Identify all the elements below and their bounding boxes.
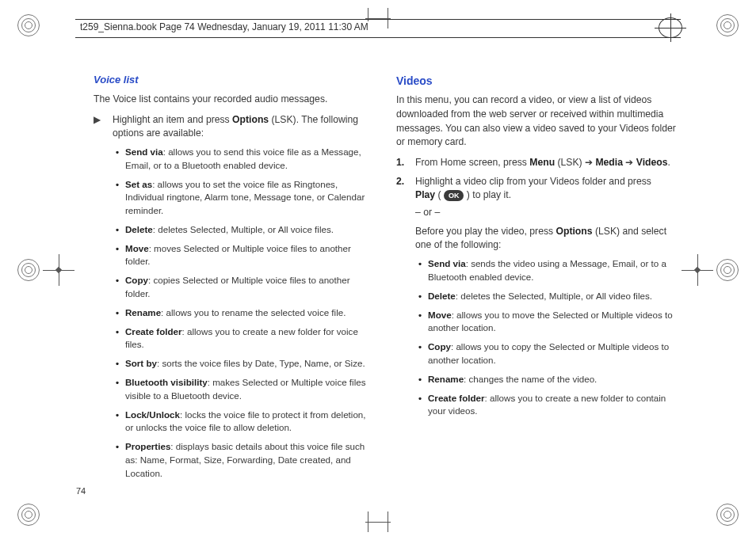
bullet-term: Bluetooth visibility: [125, 377, 208, 387]
text: (: [435, 189, 444, 200]
bullet-desc: : deletes Selected, Multiple, or All voi…: [153, 224, 334, 234]
menu-label: Menu: [529, 157, 555, 168]
voice-step: ▶ Highlight an item and press Options (L…: [94, 113, 374, 141]
list-item: Rename: changes the name of the video.: [418, 373, 677, 386]
arrow-icon: ➔: [585, 157, 593, 168]
list-item: Create folder: allows you to create a ne…: [116, 325, 374, 352]
videos-step-2: 2. Highlight a video clip from your Vide…: [396, 175, 677, 253]
reg-mark-icon: [716, 14, 739, 36]
cross-mark-icon: [43, 254, 74, 286]
ok-button-icon: OK: [444, 190, 464, 201]
voice-step-text: Highlight an item and press Options (LSK…: [113, 113, 374, 141]
list-item: Copy: allows you to copy the Selected or…: [418, 340, 677, 367]
bullet-term: Send via: [125, 146, 163, 157]
arrow-icon: ➔: [625, 157, 633, 168]
bullet-desc: : allows you to move the Selected or Mul…: [428, 310, 673, 333]
bullet-desc: : changes the name of the video.: [464, 374, 597, 384]
bullet-term: Move: [125, 243, 149, 253]
left-column: Voice list The Voice list contains your …: [94, 73, 374, 485]
bullet-desc: : moves Selected or Multiple voice files…: [125, 243, 351, 267]
bullet-term: Lock/Unlock: [125, 409, 180, 420]
videos-heading: Videos: [396, 73, 677, 89]
bullet-term: Move: [428, 310, 452, 320]
text: Highlight an item and press: [113, 114, 232, 125]
media-label: Media: [595, 157, 623, 168]
list-item: Rename: allows you to rename the selecte…: [116, 306, 374, 320]
reg-mark-icon: [716, 259, 739, 281]
bullet-term: Copy: [125, 275, 148, 285]
reg-mark-icon: [17, 14, 40, 36]
options-label: Options: [232, 114, 269, 125]
page: t259_Sienna.book Page 74 Wednesday, Janu…: [0, 0, 756, 540]
page-header: t259_Sienna.book Page 74 Wednesday, Janu…: [75, 19, 681, 40]
right-column: Videos In this menu, you can record a vi…: [396, 73, 677, 485]
step-number: 1.: [396, 156, 407, 170]
crop-mark-icon: [368, 511, 388, 532]
videos-step-1: 1. From Home screen, press Menu (LSK) ➔ …: [396, 156, 677, 170]
bullet-term: Delete: [125, 224, 153, 234]
step-text: Highlight a video clip from your Videos …: [415, 175, 677, 253]
text: (LSK): [555, 157, 585, 168]
cross-mark-icon: [682, 254, 713, 286]
text: Before you play the video, press: [415, 226, 556, 237]
page-number: 74: [76, 486, 86, 496]
list-item: Send via: sends the video using a Messag…: [418, 257, 677, 284]
list-item: Sort by: sorts the voice files by Date, …: [116, 357, 374, 371]
reg-mark-icon: [716, 504, 739, 526]
bullet-desc: : sorts the voice files by Date, Type, N…: [157, 358, 365, 368]
text: ) to play it.: [464, 189, 511, 200]
text: Highlight a video clip from your Videos …: [415, 176, 651, 187]
bullet-term: Rename: [125, 307, 161, 318]
header-text: t259_Sienna.book Page 74 Wednesday, Janu…: [80, 21, 373, 32]
header-crop-icon: [659, 17, 682, 38]
options-label: Options: [556, 226, 593, 237]
bullet-desc: : allows you to copy the Selected or Mul…: [428, 341, 669, 365]
step-text: From Home screen, press Menu (LSK) ➔ Med…: [415, 156, 677, 170]
text: .: [668, 157, 670, 168]
list-item: Lock/Unlock: locks the voice file to pro…: [116, 409, 374, 435]
reg-mark-icon: [17, 259, 40, 281]
list-item: Copy: copies Selected or Multiple voice …: [116, 274, 374, 301]
bullet-term: Copy: [428, 341, 451, 352]
bullet-desc: : copies Selected or Multiple voice file…: [125, 275, 350, 299]
bullet-term: Create folder: [125, 326, 182, 337]
videos-bullets: Send via: sends the video using a Messag…: [396, 257, 677, 418]
list-item: Delete: deletes Selected, Multiple, or A…: [116, 223, 374, 237]
bullet-term: Delete: [428, 291, 456, 301]
bullet-term: Create folder: [428, 393, 485, 403]
bullet-desc: : allows you to set the voice file as Ri…: [125, 179, 365, 216]
list-item: Send via: allows you to send this voice …: [116, 146, 374, 173]
list-item: Delete: deletes the Selected, Multiple, …: [418, 290, 677, 303]
bullet-term: Sort by: [125, 358, 157, 368]
bullet-term: Send via: [428, 258, 466, 268]
list-item: Bluetooth visibility: makes Selected or …: [116, 376, 374, 403]
bullet-term: Set as: [125, 179, 152, 189]
reg-mark-icon: [17, 504, 40, 526]
step-number: 2.: [396, 175, 407, 253]
list-item: Properties: displays basic details about…: [116, 440, 374, 480]
list-item: Move: allows you to move the Selected or…: [418, 309, 677, 336]
voice-bullets: Send via: allows you to send this voice …: [94, 146, 374, 481]
content-body: Voice list The Voice list contains your …: [94, 73, 677, 485]
bullet-desc: : allows you to rename the selected voic…: [161, 307, 346, 318]
voice-list-heading: Voice list: [94, 73, 374, 88]
play-label: Play: [415, 189, 435, 200]
list-item: Move: moves Selected or Multiple voice f…: [116, 242, 374, 269]
or-separator: – or –: [415, 206, 677, 220]
list-item: Create folder: allows you to create a ne…: [418, 392, 677, 419]
bullet-desc: : deletes the Selected, Multiple, or All…: [456, 291, 652, 301]
videos-label: Videos: [636, 157, 668, 168]
bullet-term: Rename: [428, 374, 464, 384]
list-item: Set as: allows you to set the voice file…: [116, 178, 374, 218]
bullet-term: Properties: [125, 441, 170, 451]
text: From Home screen, press: [415, 157, 529, 168]
videos-intro: In this menu, you can record a video, or…: [396, 93, 677, 150]
voice-intro: The Voice list contains your recorded au…: [94, 93, 374, 107]
triangle-bullet-icon: ▶: [94, 113, 105, 141]
